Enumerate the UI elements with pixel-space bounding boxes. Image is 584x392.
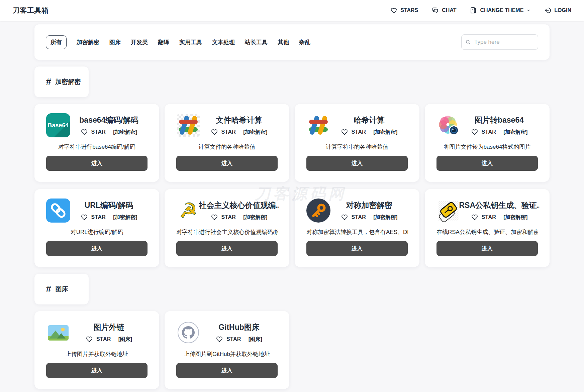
filter-tab[interactable]: 开发类 [131,36,148,49]
heart-icon [341,128,348,136]
key-icon [306,199,330,223]
tool-card: 图片转base64 STAR [加密解密] 将图片文件转为base64格式的图片… [425,104,550,182]
tool-card: Base64 base64编码/解码 STAR [加密解密] 对字符串进行bas… [34,104,159,182]
image-to-base64-icon [436,113,461,137]
tool-title: base64编码/解码 [79,115,138,125]
navbar-menu: STARS CHAT CHANGE THEME LOGIN [390,7,571,14]
tool-card-header: 哈希计算 STAR [加密解密] [306,113,408,137]
star-label: STAR [221,129,236,135]
url-link-icon [46,199,70,223]
enter-button[interactable]: 进入 [306,241,408,256]
enter-button[interactable]: 进入 [46,241,148,256]
tool-title: 图片转base64 [475,115,524,125]
star-label: STAR [352,129,366,135]
tool-category-tag[interactable]: [加密解密] [243,214,267,221]
enter-button[interactable]: 进入 [436,241,538,256]
github-icon [176,320,200,345]
main: 所有加密解密图床开发类翻译实用工具文本处理站长工具其他杂乱 # 加密解密 Bas… [34,24,550,389]
nav-stars[interactable]: STARS [390,7,418,14]
image-link-icon [46,320,70,345]
navbar: 刀客工具箱 STARS CHAT CHANGE THEME LOGIN [0,0,584,21]
tool-card: URL编码/解码 STAR [加密解密] 对URL进行编码/解码 进入 [34,189,159,267]
heart-icon [211,214,218,221]
hash-icon: # [46,77,51,87]
filter-tab[interactable]: 实用工具 [179,36,202,49]
star-label: STAR [482,129,496,135]
nav-change-theme[interactable]: CHANGE THEME [470,7,531,14]
tool-category-tag[interactable]: [加密解密] [113,214,137,221]
tool-description: 将图片文件转为base64格式的图片 [436,143,538,151]
hash-icon: # [46,284,51,294]
tool-card-header: 图片转base64 STAR [加密解密] [436,113,538,137]
filter-tab[interactable]: 文本处理 [212,36,235,49]
tool-card: 文件哈希计算 STAR [加密解密] 计算文件的各种哈希值 进入 [165,104,289,182]
tool-card-header: GitHub图床 STAR [图床] [176,320,278,345]
enter-button[interactable]: 进入 [46,156,148,171]
tool-card: 对称加密解密 STAR [加密解密] 对称加密算法转换工具，包含有AES、DE.… [295,189,419,267]
tool-card-header: RSA公私钥生成、验证... STAR [加密解密] [436,199,538,223]
star-button[interactable]: STAR [211,214,236,221]
search-input[interactable] [461,34,538,50]
tool-description: 计算字符串的各种哈希值 [306,143,408,151]
star-button[interactable]: STAR [81,214,106,221]
tool-description: 计算文件的各种哈希值 [176,143,278,151]
login-icon [544,7,551,14]
enter-button[interactable]: 进入 [176,241,278,256]
site-logo[interactable]: 刀客工具箱 [13,6,49,15]
base64-icon: Base64 [46,113,70,137]
star-button[interactable]: STAR [471,214,496,221]
tool-description: 对字符串进行社会主义核心价值观编码/解... [176,228,278,236]
tool-card-header: 图片外链 STAR [图床] [46,320,148,345]
nav-login[interactable]: LOGIN [544,7,571,14]
star-button[interactable]: STAR [86,336,111,343]
filter-tab[interactable]: 加密解密 [77,36,99,49]
enter-button[interactable]: 进入 [176,156,278,171]
star-button[interactable]: STAR [81,128,106,136]
heart-icon [216,336,223,343]
heart-icon [390,7,397,14]
star-button[interactable]: STAR [216,336,241,343]
nav-chat[interactable]: CHAT [431,7,456,14]
tool-card: GitHub图床 STAR [图床] 上传图片到GitHub并获取外链地址 进入 [165,311,289,389]
star-button[interactable]: STAR [341,214,366,221]
star-button[interactable]: STAR [341,128,366,136]
tool-card-header: 对称加密解密 STAR [加密解密] [306,199,408,223]
tool-description: 上传图片到GitHub并获取外链地址 [176,350,278,358]
tool-category-tag[interactable]: [加密解密] [373,129,397,136]
tool-title: 对称加密解密 [346,200,392,211]
hammer-sickle-icon: ☭ [176,199,200,223]
filter-tab[interactable]: 所有 [46,35,67,49]
heart-icon [341,214,348,221]
tool-description: 对URL进行编码/解码 [46,228,148,236]
enter-button[interactable]: 进入 [46,363,148,378]
tool-category-tag[interactable]: [加密解密] [503,214,527,221]
tool-category-tag[interactable]: [图床] [118,336,132,343]
tool-category-tag[interactable]: [图床] [249,336,262,343]
tool-title: URL编码/解码 [85,200,133,211]
filter-tab[interactable]: 图床 [109,36,121,49]
heart-icon [86,336,93,343]
filter-tab[interactable]: 站长工具 [245,36,268,49]
tool-title: 文件哈希计算 [216,115,262,125]
nav-label: STARS [400,7,418,13]
enter-button[interactable]: 进入 [176,363,278,378]
tool-category-tag[interactable]: [加密解密] [503,129,527,136]
filter-tab[interactable]: 其他 [278,36,289,49]
enter-button[interactable]: 进入 [436,156,538,171]
star-label: STAR [352,214,366,220]
star-button[interactable]: STAR [211,128,236,136]
filter-tab[interactable]: 翻译 [158,36,169,49]
star-button[interactable]: STAR [471,128,496,136]
tool-category-tag[interactable]: [加密解密] [243,129,267,136]
enter-button[interactable]: 进入 [306,156,408,171]
tool-card: 图片外链 STAR [图床] 上传图片并获取外链地址 进入 [34,311,159,389]
tool-description: 对称加密算法转换工具，包含有AES、DE... [306,228,408,236]
heart-icon [81,128,88,136]
tool-category-tag[interactable]: [加密解密] [373,214,397,221]
nav-label: CHANGE THEME [480,7,524,13]
filter-tab[interactable]: 杂乱 [299,36,310,49]
heart-icon [211,128,218,136]
search-box [461,34,538,50]
star-label: STAR [91,129,106,135]
tool-category-tag[interactable]: [加密解密] [113,129,137,136]
